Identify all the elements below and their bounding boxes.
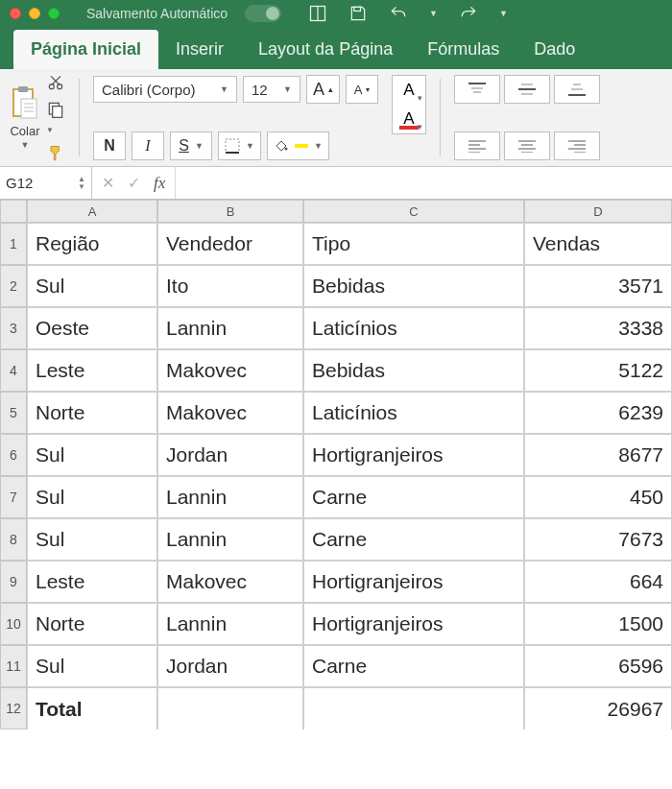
cell[interactable]: Sul xyxy=(27,265,157,307)
cell[interactable]: 450 xyxy=(524,476,672,518)
align-center-button[interactable] xyxy=(504,132,550,160)
cell[interactable]: Sul xyxy=(27,434,157,476)
formula-input[interactable] xyxy=(175,167,672,199)
row-header[interactable]: 10 xyxy=(0,603,27,645)
cell[interactable]: Carne xyxy=(303,518,524,561)
cell[interactable]: 3338 xyxy=(524,307,672,349)
cell[interactable]: Norte xyxy=(27,603,157,645)
cell[interactable]: Jordan xyxy=(157,434,303,476)
column-header-a[interactable]: A xyxy=(27,200,157,223)
row-header[interactable]: 7 xyxy=(0,476,27,518)
align-bottom-button[interactable] xyxy=(554,75,600,104)
fill-color-button[interactable]: ▼ xyxy=(267,132,329,160)
cell[interactable]: Vendedor xyxy=(157,223,303,265)
align-middle-button[interactable] xyxy=(504,75,550,104)
cell[interactable]: Makovec xyxy=(157,561,303,603)
cell[interactable]: Lannin xyxy=(157,476,303,518)
paste-dropdown-icon[interactable]: ▼ xyxy=(21,140,30,150)
row-header[interactable]: 8 xyxy=(0,518,27,561)
cell[interactable]: Makovec xyxy=(157,349,303,392)
cell[interactable]: Hortigranjeiros xyxy=(303,603,524,645)
cell[interactable]: Região xyxy=(27,223,157,265)
row-header[interactable]: 11 xyxy=(0,645,27,687)
cancel-formula-icon[interactable]: ✕ xyxy=(102,174,114,192)
font-name-select[interactable]: Calibri (Corpo) ▼ xyxy=(93,76,237,103)
cell[interactable]: Bebidas xyxy=(303,349,524,392)
underline-button[interactable]: S▼ xyxy=(170,132,212,160)
row-header[interactable]: 6 xyxy=(0,434,27,476)
cell[interactable]: Makovec xyxy=(157,392,303,434)
cell[interactable]: Total xyxy=(27,687,157,729)
cell[interactable]: Lannin xyxy=(157,518,303,561)
cell[interactable]: Lannin xyxy=(157,307,303,349)
cell[interactable]: 1500 xyxy=(524,603,672,645)
row-header[interactable]: 1 xyxy=(0,223,27,265)
cell[interactable]: 3571 xyxy=(524,265,672,307)
cell[interactable]: Sul xyxy=(27,645,157,687)
italic-button[interactable]: I xyxy=(132,132,164,160)
copy-icon[interactable]: ▼ xyxy=(46,100,65,136)
tab-home[interactable]: Página Inicial xyxy=(13,30,158,69)
cell[interactable]: Hortigranjeiros xyxy=(303,434,524,476)
bold-button[interactable]: N xyxy=(93,132,126,160)
borders-button[interactable]: ▼ xyxy=(218,132,261,160)
save-icon[interactable] xyxy=(348,4,368,23)
row-header[interactable]: 12 xyxy=(0,687,27,729)
cell[interactable]: 8677 xyxy=(524,434,672,476)
cell[interactable]: Leste xyxy=(27,561,157,603)
shrink-font-button[interactable]: A▾ xyxy=(346,75,378,104)
name-box[interactable]: G12 ▲▼ xyxy=(0,167,92,199)
template-icon[interactable] xyxy=(308,4,327,23)
align-left-button[interactable] xyxy=(454,132,500,160)
cell[interactable] xyxy=(157,687,303,729)
autosave-toggle[interactable] xyxy=(245,5,281,22)
cell[interactable]: Carne xyxy=(303,476,524,518)
tab-formulas[interactable]: Fórmulas xyxy=(410,30,516,69)
cell[interactable] xyxy=(303,687,524,729)
tab-page-layout[interactable]: Layout da Página xyxy=(241,30,410,69)
undo-dropdown-icon[interactable]: ▼ xyxy=(429,9,438,18)
row-header[interactable]: 4 xyxy=(0,349,27,392)
cell[interactable]: Hortigranjeiros xyxy=(303,561,524,603)
align-right-button[interactable] xyxy=(554,132,600,160)
cell[interactable]: 6596 xyxy=(524,645,672,687)
name-box-stepper[interactable]: ▲▼ xyxy=(78,176,85,191)
cell[interactable]: Carne xyxy=(303,645,524,687)
cut-icon[interactable] xyxy=(46,73,65,92)
row-header[interactable]: 3 xyxy=(0,307,27,349)
column-header-b[interactable]: B xyxy=(157,200,303,223)
cell[interactable]: Laticínios xyxy=(303,392,524,434)
column-header-d[interactable]: D xyxy=(524,200,672,223)
cell[interactable]: Bebidas xyxy=(303,265,524,307)
cell[interactable]: 664 xyxy=(524,561,672,603)
grow-font-button[interactable]: A▴ xyxy=(306,75,340,104)
close-window-button[interactable] xyxy=(10,8,21,19)
row-header[interactable]: 2 xyxy=(0,265,27,307)
redo-icon[interactable] xyxy=(459,4,478,23)
font-size-select[interactable]: 12 ▼ xyxy=(243,76,300,103)
zoom-window-button[interactable] xyxy=(48,8,60,19)
select-all-corner[interactable] xyxy=(0,200,27,223)
cell[interactable]: Lannin xyxy=(157,603,303,645)
cell[interactable]: Leste xyxy=(27,349,157,392)
align-top-button[interactable] xyxy=(454,75,500,104)
row-header[interactable]: 5 xyxy=(0,392,27,434)
cell[interactable]: Norte xyxy=(27,392,157,434)
paste-button[interactable]: Colar ▼ xyxy=(10,85,40,150)
cell[interactable]: Sul xyxy=(27,518,157,561)
confirm-formula-icon[interactable]: ✓ xyxy=(128,174,140,192)
cell[interactable]: Sul xyxy=(27,476,157,518)
cell[interactable]: Ito xyxy=(157,265,303,307)
tab-data[interactable]: Dado xyxy=(516,30,592,69)
cell[interactable]: 5122 xyxy=(524,349,672,392)
tab-insert[interactable]: Inserir xyxy=(158,30,241,69)
cell[interactable]: 6239 xyxy=(524,392,672,434)
redo-dropdown-icon[interactable]: ▼ xyxy=(499,9,508,18)
cell[interactable]: Laticínios xyxy=(303,307,524,349)
row-header[interactable]: 9 xyxy=(0,561,27,603)
minimize-window-button[interactable] xyxy=(29,8,40,19)
cell[interactable]: Vendas xyxy=(524,223,672,265)
font-color-button[interactable]: A▾ A▾ xyxy=(392,75,426,134)
spreadsheet-grid[interactable]: A B C D 1 Região Vendedor Tipo Vendas 2 … xyxy=(0,200,672,729)
undo-icon[interactable] xyxy=(389,4,408,23)
